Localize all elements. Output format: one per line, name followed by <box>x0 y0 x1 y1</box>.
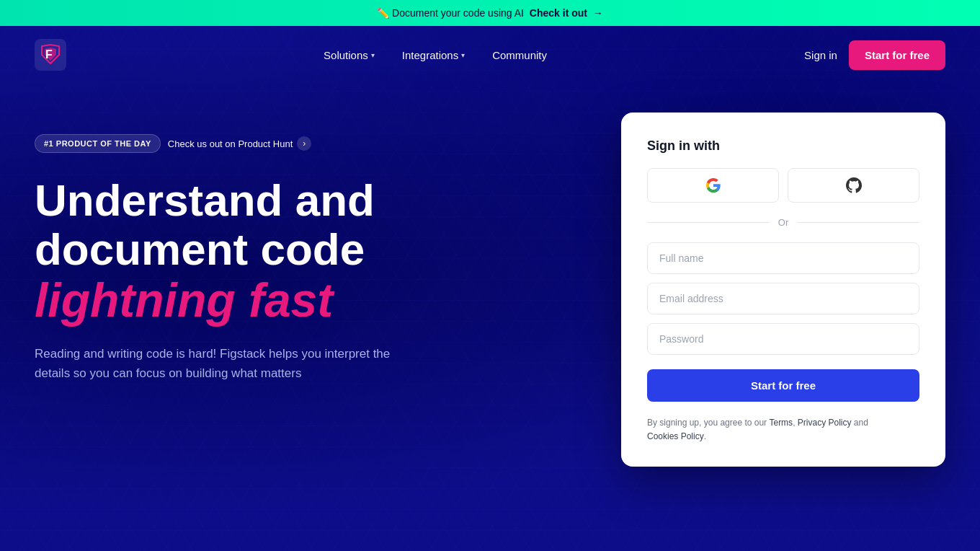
nav-item-solutions[interactable]: Solutions ▾ <box>313 43 385 67</box>
form-divider: Or <box>647 217 919 228</box>
hero-subtext: Reading and writing code is hard! Figsta… <box>35 344 409 383</box>
badge-row: #1 PRODUCT OF THE DAY Check us out on Pr… <box>35 134 510 153</box>
google-oauth-button[interactable] <box>647 168 779 203</box>
hero-heading-line1: Understand and <box>35 176 510 225</box>
divider-line-right <box>797 222 919 223</box>
cookies-link[interactable]: Cookies Policy <box>647 431 704 441</box>
full-name-group <box>647 242 919 274</box>
announcement-text: ✏️ Document your code using AI <box>377 7 524 19</box>
oauth-buttons <box>647 168 919 203</box>
announcement-arrow: → <box>593 7 603 19</box>
logo-icon: F <box>35 39 66 71</box>
signup-card-title: Sign in with <box>647 138 919 154</box>
chevron-down-icon: ▾ <box>371 51 375 59</box>
signup-card: Sign in with <box>621 113 945 467</box>
start-free-nav-button[interactable]: Start for free <box>849 40 945 70</box>
sign-in-link[interactable]: Sign in <box>804 49 837 61</box>
privacy-link[interactable]: Privacy Policy <box>798 418 852 428</box>
announcement-bar: ✏️ Document your code using AI Check it … <box>0 0 980 26</box>
logo[interactable]: F <box>35 39 66 71</box>
hero-heading-line2: document code <box>35 225 510 274</box>
arrow-icon: › <box>297 136 311 151</box>
chevron-down-icon: ▾ <box>461 51 465 59</box>
nav-actions: Sign in Start for free <box>804 40 945 70</box>
github-icon <box>846 177 862 193</box>
hero-section: #1 PRODUCT OF THE DAY Check us out on Pr… <box>35 113 510 383</box>
password-group <box>647 323 919 355</box>
main-content: #1 PRODUCT OF THE DAY Check us out on Pr… <box>0 84 980 510</box>
legal-text: By signing up, you agree to our Terms, P… <box>647 416 919 444</box>
terms-link[interactable]: Terms <box>769 418 793 428</box>
svg-text:F: F <box>45 48 53 61</box>
full-name-input[interactable] <box>647 242 919 274</box>
hero-heading-line3: lightning fast <box>35 274 510 327</box>
product-hunt-badge: #1 PRODUCT OF THE DAY <box>35 134 161 153</box>
product-hunt-link[interactable]: Check us out on Product Hunt › <box>168 136 311 151</box>
nav-item-integrations[interactable]: Integrations ▾ <box>392 43 475 67</box>
email-group <box>647 283 919 314</box>
github-oauth-button[interactable] <box>788 168 919 203</box>
nav-item-community[interactable]: Community <box>482 43 557 67</box>
navbar: F Solutions ▾ Integrations ▾ Community S… <box>0 26 980 84</box>
submit-button[interactable]: Start for free <box>647 369 919 402</box>
hero-heading: Understand and document code lightning f… <box>35 176 510 327</box>
google-icon <box>705 177 721 193</box>
signup-section: Sign in with <box>621 113 945 467</box>
divider-line-left <box>647 222 770 223</box>
nav-links: Solutions ▾ Integrations ▾ Community <box>313 43 557 67</box>
divider-text: Or <box>778 217 788 228</box>
email-input[interactable] <box>647 283 919 314</box>
announcement-link[interactable]: Check it out <box>530 7 587 19</box>
password-input[interactable] <box>647 323 919 355</box>
